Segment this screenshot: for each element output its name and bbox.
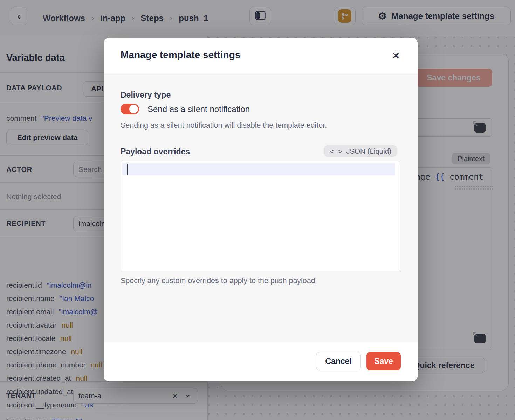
save-label: Save [374,357,393,366]
silent-notification-row: Send as a silent notification [121,104,250,114]
editor-active-line [122,163,395,175]
modal-footer: Cancel Save [104,342,418,382]
silent-notification-label: Send as a silent notification [147,104,250,114]
close-icon: ✕ [392,50,400,62]
format-badge-label: JSON (Liquid) [346,147,391,155]
modal-title: Manage template settings [121,49,240,61]
close-button[interactable]: ✕ [389,49,403,63]
format-badge: < > JSON (Liquid) [324,145,397,157]
cancel-button[interactable]: Cancel [316,352,361,370]
payload-overrides-editor[interactable] [121,161,400,271]
delivery-helper-text: Sending as a silent notification will di… [121,121,327,130]
payload-helper-text: Specify any custom overrides to apply to… [121,276,315,285]
editor-caret [127,164,128,175]
manage-template-settings-modal: Manage template settings ✕ Delivery type… [104,38,418,382]
code-icon: < > [330,147,343,155]
modal-header: Manage template settings ✕ [104,38,418,74]
cancel-label: Cancel [325,357,351,366]
toggle-knob [129,105,138,113]
save-button[interactable]: Save [366,352,401,370]
silent-notification-toggle[interactable] [121,104,139,114]
delivery-type-heading: Delivery type [121,90,171,100]
payload-overrides-heading: Payload overrides [121,147,190,156]
